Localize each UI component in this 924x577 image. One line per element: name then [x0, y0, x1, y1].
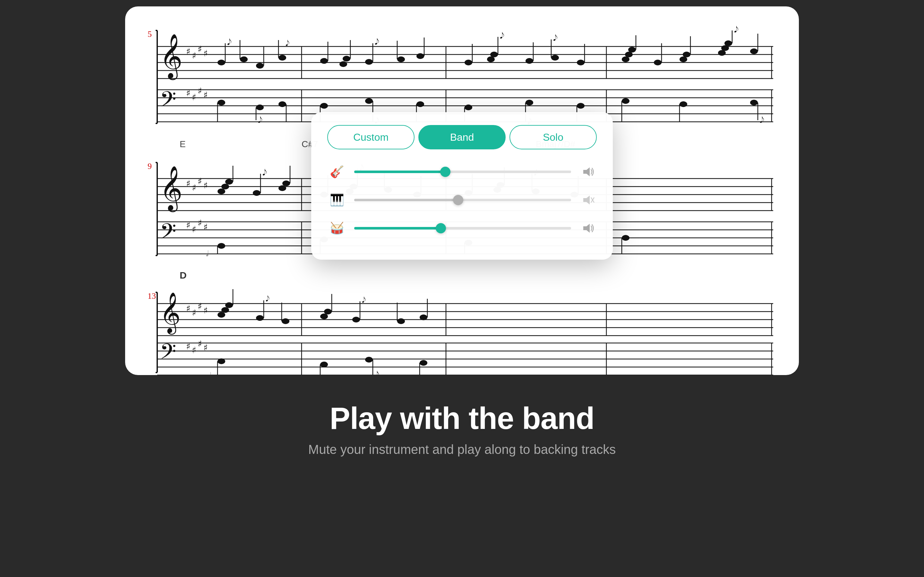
svg-text:♯: ♯ [186, 179, 191, 189]
svg-text:𝄞: 𝄞 [160, 293, 181, 335]
svg-marker-243 [583, 167, 590, 176]
svg-text:♯: ♯ [198, 44, 202, 54]
svg-point-108 [750, 100, 758, 105]
svg-text:𝅘𝅥𝅮: 𝅘𝅥𝅮 [553, 34, 557, 41]
svg-text:𝅗𝅥: 𝅗𝅥 [206, 250, 208, 256]
svg-point-71 [654, 60, 662, 65]
tab-band[interactable]: Band [418, 125, 506, 149]
guitar-slider-fill [354, 171, 445, 173]
drums-slider-thumb[interactable] [436, 223, 446, 234]
svg-text:♯: ♯ [192, 183, 196, 193]
tab-custom[interactable]: Custom [327, 125, 415, 149]
svg-point-88 [278, 101, 286, 107]
svg-text:5: 5 [148, 29, 152, 39]
svg-point-78 [724, 40, 732, 46]
svg-text:𝄞: 𝄞 [160, 34, 183, 80]
svg-point-150 [278, 185, 286, 191]
svg-point-83 [218, 100, 225, 105]
svg-point-44 [339, 61, 347, 67]
piano-slider[interactable] [354, 199, 571, 201]
svg-point-221 [282, 318, 289, 324]
piano-slider-fill [354, 199, 458, 201]
svg-point-224 [324, 309, 332, 314]
svg-point-65 [577, 60, 585, 65]
svg-point-47 [365, 59, 373, 65]
svg-text:♯: ♯ [186, 303, 191, 314]
svg-text:♯: ♯ [198, 218, 202, 228]
svg-text:9: 9 [148, 161, 152, 171]
svg-point-180 [622, 235, 630, 241]
svg-marker-247 [583, 224, 590, 233]
svg-point-69 [628, 47, 636, 53]
svg-point-35 [240, 56, 248, 62]
svg-text:♯: ♯ [192, 224, 196, 234]
svg-point-32 [218, 60, 225, 65]
svg-text:♯: ♯ [198, 301, 202, 311]
svg-point-97 [465, 105, 472, 110]
svg-text:♯: ♯ [204, 306, 208, 316]
svg-point-226 [352, 317, 360, 322]
svg-text:𝅘𝅥𝅮: 𝅘𝅥𝅮 [734, 26, 738, 33]
svg-point-90 [320, 103, 328, 109]
svg-text:♯: ♯ [186, 47, 191, 56]
tab-row: Custom Band Solo [327, 125, 597, 149]
svg-point-62 [551, 55, 559, 61]
svg-marker-244 [583, 195, 590, 205]
svg-text:♯: ♯ [198, 176, 202, 186]
svg-point-223 [320, 314, 328, 319]
drums-icon: 🥁 [327, 219, 347, 238]
svg-text:𝅘𝅥𝅮: 𝅘𝅥𝅮 [500, 32, 504, 39]
svg-point-39 [278, 55, 286, 61]
svg-text:♯: ♯ [198, 339, 202, 349]
svg-text:𝅘𝅥𝅮: 𝅘𝅥𝅮 [266, 295, 270, 301]
svg-text:♯: ♯ [192, 92, 196, 102]
svg-text:𝅘𝅥𝅮: 𝅘𝅥𝅮 [375, 38, 379, 45]
mixer-panel: Custom Band Solo 🎸 🎹 [311, 112, 613, 259]
svg-point-229 [397, 318, 405, 324]
svg-text:𝄞: 𝄞 [160, 166, 183, 212]
svg-text:♯: ♯ [192, 51, 196, 61]
svg-point-95 [417, 101, 424, 107]
drums-slider[interactable] [354, 227, 571, 229]
chord-label-e: E [180, 139, 218, 149]
guitar-slider-thumb[interactable] [440, 167, 451, 177]
svg-point-57 [490, 52, 498, 57]
piano-mute-icon[interactable] [579, 193, 597, 207]
svg-text:♯: ♯ [192, 345, 196, 355]
piano-icon: 🎹 [327, 190, 347, 210]
svg-text:♯: ♯ [204, 90, 208, 100]
svg-text:𝅘𝅥𝅮: 𝅘𝅥𝅮 [286, 40, 289, 46]
drums-row: 🥁 [327, 219, 597, 238]
drums-volume-icon[interactable] [579, 221, 597, 235]
svg-text:♯: ♯ [192, 308, 196, 318]
svg-point-74 [683, 52, 690, 57]
svg-point-238 [365, 357, 373, 363]
svg-point-104 [622, 98, 630, 104]
guitar-volume-icon[interactable] [579, 165, 597, 179]
guitar-icon: 🎸 [327, 162, 347, 181]
section-label-d: D [180, 270, 187, 281]
tab-solo[interactable]: Solo [509, 125, 597, 149]
svg-point-37 [256, 63, 264, 69]
svg-text:𝅗𝅥: 𝅗𝅥 [208, 372, 211, 375]
svg-point-241 [420, 360, 427, 366]
svg-text:♯: ♯ [204, 222, 208, 232]
svg-point-60 [525, 58, 533, 64]
guitar-slider[interactable] [354, 171, 571, 173]
svg-point-145 [225, 179, 233, 185]
sheet-music-row-3: 13 𝄞 ♯ ♯ ♯ ♯ 𝄢 ♯ ♯ ♯ ♯ [144, 283, 780, 375]
svg-text:𝅘𝅥𝅮: 𝅘𝅥𝅮 [362, 297, 366, 303]
svg-point-102 [577, 103, 585, 109]
svg-point-99 [525, 100, 533, 105]
svg-text:𝄢: 𝄢 [160, 88, 176, 116]
svg-text:♯: ♯ [204, 181, 208, 190]
svg-point-173 [218, 243, 225, 249]
svg-text:♯: ♯ [198, 86, 202, 96]
subtitle: Mute your instrument and play along to b… [309, 442, 615, 457]
svg-point-216 [225, 302, 233, 308]
svg-point-144 [221, 184, 229, 189]
piano-row: 🎹 [327, 190, 597, 210]
svg-text:𝄢: 𝄢 [160, 220, 176, 248]
svg-text:13: 13 [148, 292, 156, 301]
piano-slider-thumb[interactable] [453, 195, 463, 205]
